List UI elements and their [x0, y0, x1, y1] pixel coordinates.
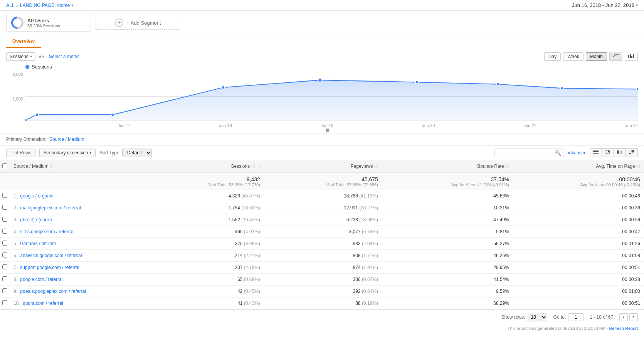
th-pageviews[interactable]: Pageviews ⓘ [264, 160, 382, 173]
row-cb-7[interactable] [0, 274, 10, 286]
row-cb-3[interactable] [0, 226, 10, 238]
refresh-report-link[interactable]: Refresh Report [609, 326, 638, 331]
row-checkbox-7[interactable] [2, 276, 7, 281]
bar-chart-btn[interactable] [625, 52, 638, 61]
row-source-9: 10. quora.com / referral [10, 298, 146, 309]
pivot-view-btn[interactable] [626, 149, 637, 157]
row-num-5: 6. [13, 253, 17, 258]
data-view-btn[interactable] [590, 149, 602, 157]
tab-overview[interactable]: Overview [6, 35, 41, 48]
row-num-0: 1. [13, 193, 17, 199]
metric-selector[interactable]: Sessions ▾ [6, 52, 35, 61]
row-cb-2[interactable] [0, 214, 10, 226]
row-checkbox-6[interactable] [2, 264, 7, 269]
row-source-link-3[interactable]: sites.google.com / referral [20, 229, 73, 234]
month-btn[interactable]: Month [586, 52, 607, 61]
th-source-medium[interactable]: Source / Medium ⓘ [10, 160, 146, 173]
primary-dim-value[interactable]: Source / Medium [49, 137, 84, 142]
next-page-btn[interactable]: › [629, 313, 638, 321]
row-source-link-4[interactable]: Partners / affiliate [20, 241, 56, 246]
row-cb-0[interactable] [0, 190, 10, 202]
row-cb-4[interactable] [0, 238, 10, 250]
segment-sub: 53.20% Sessions [27, 23, 60, 28]
row-checkbox-4[interactable] [2, 241, 7, 246]
day-btn[interactable]: Day [544, 52, 561, 61]
row-checkbox-9[interactable] [2, 300, 7, 305]
date-range[interactable]: Jun 16, 2018 - Jun 22, 2018 ▾ [572, 2, 638, 8]
add-segment[interactable]: + + Add Segment [96, 16, 180, 30]
breadcrumb-all[interactable]: ALL [6, 3, 14, 8]
row-bounce-0: 45.63% [382, 190, 513, 202]
x-label-jun17: Jun 17 [118, 123, 130, 132]
line-chart-btn[interactable] [609, 52, 622, 61]
sort-type-label: Sort Type: [99, 150, 120, 155]
row-source-link-8[interactable]: gdeals.googleplex.com / referral [20, 289, 86, 294]
row-cb-8[interactable] [0, 286, 10, 298]
row-source-link-1[interactable]: mail.googleplex.com / referral [20, 205, 81, 211]
row-checkbox-5[interactable] [2, 252, 7, 257]
select-all-checkbox[interactable] [2, 163, 7, 168]
prev-page-btn[interactable]: ‹ [619, 313, 628, 321]
help-icon-sessions: ⓘ [251, 164, 255, 169]
all-users-segment[interactable]: All Users 53.20% Sessions [6, 14, 91, 32]
row-cb-5[interactable] [0, 250, 10, 262]
row-checkbox-2[interactable] [2, 217, 7, 222]
report-info: This report was generated on 6/23/18 at … [0, 324, 644, 334]
sort-type-select[interactable]: Default [122, 149, 152, 157]
svg-rect-1 [630, 54, 631, 58]
goto-input[interactable] [568, 313, 583, 321]
table-row: 8. google.com / referral 65 (0.69%) 306 … [0, 274, 644, 286]
svg-point-11 [222, 86, 225, 89]
breadcrumb-dropdown[interactable]: ▾ [71, 3, 73, 7]
secondary-dim-btn[interactable]: Secondary dimension ▾ [39, 149, 96, 157]
total-bounce-sub: Avg for View: 41.26% (-9.01%) [386, 182, 509, 187]
row-sessions-5: 214 (2.27%) [146, 250, 264, 262]
svg-rect-19 [593, 153, 599, 154]
row-source-link-5[interactable]: analytics.google.com / referral [20, 253, 82, 258]
row-cb-6[interactable] [0, 262, 10, 274]
select-metric-link[interactable]: Select a metric [49, 54, 79, 59]
legend-dot [25, 65, 29, 69]
row-sessions-0: 4,326 (45.87%) [146, 190, 264, 202]
primary-dim-label: Primary Dimension: [6, 137, 47, 142]
th-bounce-rate[interactable]: Bounce Rate ⓘ [382, 160, 513, 173]
row-checkbox-8[interactable] [2, 288, 7, 293]
row-cb-1[interactable] [0, 202, 10, 214]
show-rows: Show rows: 10 25 50 100 [501, 313, 547, 321]
search-icon[interactable]: 🔍 [555, 150, 561, 155]
row-source-5: 6. analytics.google.com / referral [10, 250, 146, 262]
breadcrumb: ALL » LANDING PAGE: /home ▾ [6, 3, 73, 8]
row-source-link-7[interactable]: google.com / referral [20, 277, 62, 282]
show-rows-label: Show rows: [501, 314, 525, 320]
row-checkbox-0[interactable] [2, 193, 7, 198]
table-row: 1. google / organic 4,326 (45.87%) 18,78… [0, 190, 644, 202]
report-generated-text: This report was generated on 6/23/18 at … [508, 326, 609, 331]
total-sessions-pct: % of Total: 53.20% (17,730) [150, 182, 260, 187]
sort-type-group: Sort Type: Default [99, 149, 151, 157]
pie-view-btn[interactable] [602, 149, 614, 157]
table-search-input[interactable] [494, 149, 563, 157]
chart-y-axis: 2,000 1,000 [6, 72, 25, 121]
advanced-link[interactable]: advanced [567, 150, 587, 155]
compare-view-btn[interactable] [614, 149, 626, 157]
row-avgtime-5: 00:01:08 [513, 250, 644, 262]
plot-rows-btn[interactable]: Plot Rows [6, 149, 35, 157]
row-bounce-5: 46.26% [382, 250, 513, 262]
breadcrumb-landing[interactable]: LANDING PAGE: /home [20, 3, 70, 8]
row-source-link-0[interactable]: google / organic [20, 193, 53, 199]
row-source-link-9[interactable]: quora.com / referral [23, 301, 63, 306]
row-cb-9[interactable] [0, 298, 10, 309]
segment-name: All Users [27, 18, 60, 23]
row-source-link-2[interactable]: (direct) / (none) [20, 217, 52, 222]
row-checkbox-3[interactable] [2, 229, 7, 234]
row-avgtime-7: 00:00:28 [513, 274, 644, 286]
rows-select[interactable]: 10 25 50 100 [528, 313, 547, 321]
th-avg-time[interactable]: Avg. Time on Page ⓘ [513, 160, 644, 173]
row-bounce-1: 10.21% [382, 202, 513, 214]
metric-label: Sessions [10, 54, 29, 59]
row-source-link-6[interactable]: support.google.com / referral [20, 265, 79, 270]
row-checkbox-1[interactable] [2, 205, 7, 210]
th-sessions[interactable]: Sessions ⓘ ↓ [146, 160, 264, 173]
table-row: 9. gdeals.googleplex.com / referral 42 (… [0, 286, 644, 298]
week-btn[interactable]: Week [563, 52, 583, 61]
